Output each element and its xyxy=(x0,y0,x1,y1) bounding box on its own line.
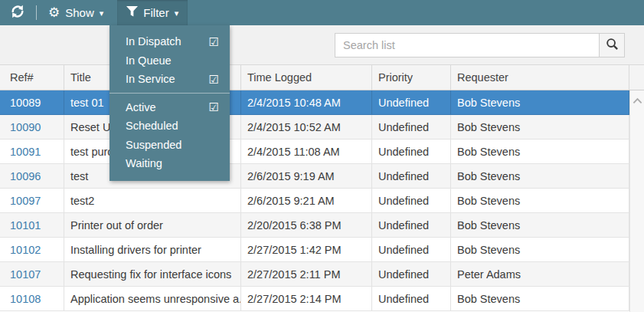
checked-checkbox-icon: ☑ xyxy=(209,101,219,113)
scroll-up-button[interactable] xyxy=(630,90,644,110)
filter-button-label: Filter xyxy=(143,6,168,19)
filter-menu-item-label: Waiting xyxy=(126,157,219,169)
title-cell: test2 xyxy=(64,189,241,212)
time-logged-cell: 2/27/2015 2:11 PM xyxy=(241,262,372,286)
ref-link[interactable]: 10101 xyxy=(10,219,41,232)
requester-cell: Peter Adams xyxy=(451,262,629,286)
time-logged-cell: 2/6/2015 9:21 AM xyxy=(241,189,372,212)
table-row[interactable]: 10090 Reset Us 2/4/2015 10:52 AM Undefin… xyxy=(0,115,644,140)
priority-cell: Undefined xyxy=(372,262,451,286)
ref-cell: 10096 xyxy=(0,164,64,188)
priority-cell: Undefined xyxy=(372,238,451,261)
priority-cell: Undefined xyxy=(372,90,451,114)
filter-button[interactable]: Filter ▾ xyxy=(117,0,188,25)
ref-link[interactable]: 10107 xyxy=(10,268,41,281)
table-row[interactable]: 10097 test2 2/6/2015 9:21 AM Undefined B… xyxy=(0,189,644,213)
search-input[interactable] xyxy=(335,33,600,57)
priority-cell: Undefined xyxy=(372,115,451,139)
table-row[interactable]: 10096 test 2/6/2015 9:19 AM Undefined Bo… xyxy=(0,164,644,189)
filter-menu-item-label: Suspended xyxy=(126,139,219,151)
chevron-up-icon xyxy=(633,95,642,107)
ref-cell: 10091 xyxy=(0,140,64,163)
refresh-button[interactable] xyxy=(2,0,34,25)
filter-menu-item[interactable]: Waiting xyxy=(110,154,230,173)
filter-menu-state-group: Active ☑ Scheduled Suspended Waiting xyxy=(110,98,230,173)
title-cell: Printer out of order xyxy=(64,213,241,237)
column-header-requester[interactable]: Requester xyxy=(451,65,629,90)
table-row[interactable]: 10102 Installing drivers for printer 2/2… xyxy=(0,238,644,262)
toolbar: ⚙ Show ▾ Filter ▾ xyxy=(0,0,644,25)
priority-cell: Undefined xyxy=(372,140,451,163)
search-button[interactable] xyxy=(599,33,625,57)
ticket-table: Ref# Title Time Logged Priority Requeste… xyxy=(0,65,644,311)
table-row[interactable]: 10091 test purc 2/4/2015 11:08 AM Undefi… xyxy=(0,140,644,164)
priority-cell: Undefined xyxy=(372,287,451,310)
ref-link[interactable]: 10090 xyxy=(10,121,41,133)
ref-link[interactable]: 10097 xyxy=(10,195,41,207)
time-logged-cell: 2/4/2015 10:52 AM xyxy=(241,115,372,139)
filter-menu-item[interactable]: In Service ☑ xyxy=(110,70,230,89)
show-button[interactable]: ⚙ Show ▾ xyxy=(39,0,113,25)
filter-menu-item[interactable]: In Dispatch ☑ xyxy=(110,32,230,51)
time-logged-cell: 2/20/2015 6:38 PM xyxy=(241,213,372,237)
column-header-priority[interactable]: Priority xyxy=(372,65,451,90)
time-logged-cell: 2/6/2015 9:19 AM xyxy=(241,164,372,188)
checked-checkbox-icon: ☑ xyxy=(209,74,219,85)
filter-menu-item[interactable]: Active ☑ xyxy=(110,98,230,117)
filter-menu-item-label: In Service xyxy=(126,73,209,85)
filter-menu-item[interactable]: In Queue xyxy=(110,51,230,71)
filter-menu-status-group: In Dispatch ☑ In Queue In Service ☑ xyxy=(110,32,230,89)
filter-menu-item-label: In Queue xyxy=(126,54,219,67)
ref-link[interactable]: 10089 xyxy=(10,97,41,109)
requester-cell: Bob Stevens xyxy=(451,115,629,139)
requester-cell: Bob Stevens xyxy=(451,164,629,188)
filter-menu-item-label: Scheduled xyxy=(126,120,219,132)
ref-cell: 10107 xyxy=(0,262,64,286)
ref-link[interactable]: 10091 xyxy=(10,146,41,158)
requester-cell: Bob Stevens xyxy=(451,238,629,261)
ref-link[interactable]: 10108 xyxy=(10,293,41,305)
ref-cell: 10101 xyxy=(0,213,64,237)
table-row[interactable]: 10089 test 01 2/4/2015 10:48 AM Undefine… xyxy=(0,90,644,115)
ref-cell: 10108 xyxy=(0,287,64,310)
chevron-down-icon: ▾ xyxy=(175,9,179,18)
ref-cell: 10102 xyxy=(0,238,64,261)
filter-menu-item[interactable]: Scheduled xyxy=(110,117,230,136)
show-button-label: Show xyxy=(65,6,94,19)
time-logged-cell: 2/4/2015 11:08 AM xyxy=(241,140,372,163)
filter-menu-item-label: Active xyxy=(126,101,209,113)
table-row[interactable]: 10107 Requesting fix for interface icons… xyxy=(0,262,644,287)
column-header-time-logged[interactable]: Time Logged xyxy=(241,65,372,90)
checked-checkbox-icon: ☑ xyxy=(209,36,219,48)
filter-dropdown-menu: In Dispatch ☑ In Queue In Service ☑ Acti… xyxy=(110,25,230,181)
search-icon xyxy=(606,38,619,53)
time-logged-cell: 2/27/2015 1:42 PM xyxy=(241,238,372,261)
menu-divider xyxy=(110,93,230,94)
table-row[interactable]: 10108 Application seems unresponsive a..… xyxy=(0,287,644,311)
requester-cell: Bob Stevens xyxy=(451,213,629,237)
funnel-icon xyxy=(126,6,138,19)
title-cell: Application seems unresponsive a... xyxy=(64,287,241,310)
time-logged-cell: 2/27/2015 2:14 PM xyxy=(241,287,372,310)
ref-link[interactable]: 10096 xyxy=(10,170,41,182)
search-bar-row xyxy=(0,25,644,65)
priority-cell: Undefined xyxy=(372,213,451,237)
requester-cell: Bob Stevens xyxy=(451,287,629,310)
priority-cell: Undefined xyxy=(372,164,451,188)
priority-cell: Undefined xyxy=(372,189,451,212)
requester-cell: Bob Stevens xyxy=(451,140,629,163)
column-header-spacer xyxy=(629,65,644,90)
ref-cell: 10089 xyxy=(0,90,64,114)
table-row[interactable]: 10101 Printer out of order 2/20/2015 6:3… xyxy=(0,213,644,238)
requester-cell: Bob Stevens xyxy=(451,189,629,212)
filter-menu-item-label: In Dispatch xyxy=(126,35,209,48)
title-cell: Installing drivers for printer xyxy=(64,238,241,261)
table-body: 10089 test 01 2/4/2015 10:48 AM Undefine… xyxy=(0,90,644,311)
refresh-icon xyxy=(10,4,25,21)
ref-link[interactable]: 10102 xyxy=(10,244,41,256)
vertical-scrollbar[interactable] xyxy=(629,90,644,312)
time-logged-cell: 2/4/2015 10:48 AM xyxy=(241,90,372,114)
filter-menu-item[interactable]: Suspended xyxy=(110,136,230,155)
column-header-ref[interactable]: Ref# xyxy=(0,65,64,90)
table-header-row: Ref# Title Time Logged Priority Requeste… xyxy=(0,65,644,90)
